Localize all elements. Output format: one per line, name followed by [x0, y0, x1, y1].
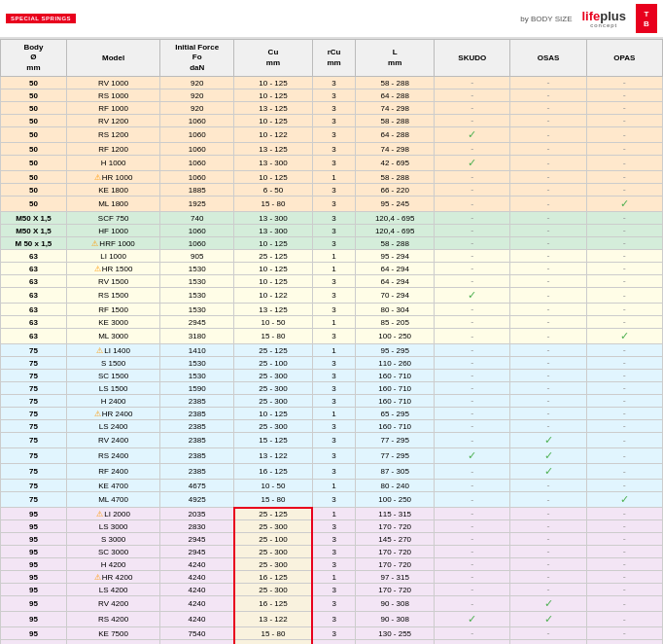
cell-opas: - — [586, 225, 662, 237]
col-header-rcu: rCumm — [312, 40, 355, 77]
cell-osas: - — [510, 171, 586, 184]
col-header-osas: OSAS — [510, 40, 586, 77]
table-row: M50 X 1,5SCF 75074013 - 3003120,4 - 695-… — [1, 212, 663, 225]
table-row: 63RS 1500153010 - 122370 - 294✓-- — [1, 288, 663, 304]
cell-model: ⚠HR 1000 — [66, 171, 160, 184]
cell-force: 1530 — [160, 275, 234, 288]
warning-icon: ⚠ — [94, 573, 101, 582]
cell-skudo: - — [435, 596, 510, 612]
cell-cu: 10 - 125 — [234, 237, 313, 250]
cell-model: ⚠LI 1400 — [66, 344, 160, 357]
warning-icon: ⚠ — [96, 510, 103, 519]
table-row: 75SC 1500153025 - 3003160 - 710--- — [1, 370, 663, 382]
cell-l: 64 - 288 — [356, 89, 435, 102]
cell-opas: - — [586, 184, 662, 197]
cell-body: 75 — [1, 344, 67, 357]
cell-force: 905 — [160, 250, 234, 263]
cell-osas: - — [510, 115, 586, 127]
cell-l: 170 - 720 — [356, 584, 435, 596]
cell-opas: - — [586, 584, 662, 596]
cell-osas: - — [510, 102, 586, 115]
cell-force: 2385 — [160, 464, 234, 480]
table-row: M 50 x 1,5⚠HRF 1000106010 - 125358 - 288… — [1, 237, 663, 250]
cell-osas: - — [510, 382, 586, 395]
col-header-body: BodyØmm — [1, 40, 67, 77]
cell-l: 77 - 295 — [356, 433, 435, 448]
cell-force: 1060 — [160, 225, 234, 237]
cell-body: 95 — [1, 571, 67, 584]
cell-cu: 25 - 125 — [234, 250, 313, 263]
cell-body: 75 — [1, 433, 67, 448]
cell-skudo: - — [435, 89, 510, 102]
cell-skudo: ✓ — [435, 448, 510, 464]
cell-osas: - — [510, 275, 586, 288]
cell-skudo: - — [435, 184, 510, 197]
cell-model: RV 1500 — [66, 275, 160, 288]
cell-body: 50 — [1, 171, 67, 184]
cell-osas: - — [510, 640, 586, 644]
cell-body: 95 — [1, 533, 67, 546]
cell-model: RV 4200 — [66, 596, 160, 612]
col-header-l: Lmm — [356, 40, 435, 77]
cell-rcu: 3 — [312, 288, 355, 304]
cell-skudo: - — [435, 408, 510, 420]
cell-opas: - — [586, 480, 662, 492]
cell-osas: - — [510, 357, 586, 370]
cell-rcu: 3 — [312, 546, 355, 558]
cell-skudo: - — [435, 558, 510, 571]
cell-opas: - — [586, 304, 662, 316]
cell-rcu: 3 — [312, 329, 355, 344]
cell-model: LS 3000 — [66, 520, 160, 533]
table-row: 95H 4200424025 - 3003170 - 720--- — [1, 558, 663, 571]
cell-osas: - — [510, 304, 586, 316]
table-row: 95LS 3000283025 - 3003170 - 720--- — [1, 520, 663, 533]
cell-cu: 13 - 300 — [234, 156, 313, 171]
cell-model: SC 1500 — [66, 370, 160, 382]
cell-osas: - — [510, 408, 586, 420]
cell-cu: 13 - 125 — [234, 102, 313, 115]
cell-force: 4240 — [160, 571, 234, 584]
cell-l: 95 - 294 — [356, 250, 435, 263]
by-body-size-text: by BODY SIZE — [520, 15, 572, 23]
cell-l: 64 - 288 — [356, 127, 435, 143]
cell-osas: - — [510, 263, 586, 275]
cell-force: 1060 — [160, 115, 234, 127]
cell-osas: - — [510, 520, 586, 533]
cell-skudo: - — [435, 275, 510, 288]
cell-cu: 10 - 122 — [234, 288, 313, 304]
cell-model: SC 3000 — [66, 546, 160, 558]
cell-l: 160 - 710 — [356, 370, 435, 382]
cell-skudo: - — [435, 508, 510, 520]
cell-skudo: - — [435, 433, 510, 448]
cell-skudo: - — [435, 197, 510, 212]
cell-model: KE 4700 — [66, 480, 160, 492]
cell-cu: 16 - 125 — [234, 464, 313, 480]
cell-rcu: 3 — [312, 584, 355, 596]
cell-force: 920 — [160, 77, 234, 89]
table-row: 63ML 3000318015 - 803100 - 250--✓ — [1, 329, 663, 344]
cell-osas: - — [510, 237, 586, 250]
cell-l: 110 - 260 — [356, 357, 435, 370]
cell-l: 80 - 304 — [356, 304, 435, 316]
cell-rcu: 3 — [312, 558, 355, 571]
cell-l: 85 - 205 — [356, 316, 435, 329]
cell-cu: 25 - 300 — [234, 546, 313, 558]
cell-l: 130 - 255 — [356, 627, 435, 640]
cell-skudo: - — [435, 304, 510, 316]
cell-force: 2945 — [160, 533, 234, 546]
cell-rcu: 1 — [312, 508, 355, 520]
cell-skudo: - — [435, 520, 510, 533]
cell-l: 120,4 - 695 — [356, 225, 435, 237]
cell-l: 64 - 294 — [356, 275, 435, 288]
cell-cu: 13 - 125 — [234, 143, 313, 156]
table-row: 95LS 4200424025 - 3003170 - 720--- — [1, 584, 663, 596]
cell-osas: - — [510, 250, 586, 263]
cell-model: RF 1500 — [66, 304, 160, 316]
cell-model: ML 7500 — [66, 640, 160, 644]
cell-force: 1530 — [160, 370, 234, 382]
corner-tab[interactable]: T B — [636, 4, 657, 33]
table-row: 95RV 4200424016 - 125390 - 308-✓- — [1, 596, 663, 612]
table-row: 75S 1500153025 - 1003110 - 260--- — [1, 357, 663, 370]
cell-model: S 1500 — [66, 357, 160, 370]
cell-force: 2385 — [160, 395, 234, 408]
